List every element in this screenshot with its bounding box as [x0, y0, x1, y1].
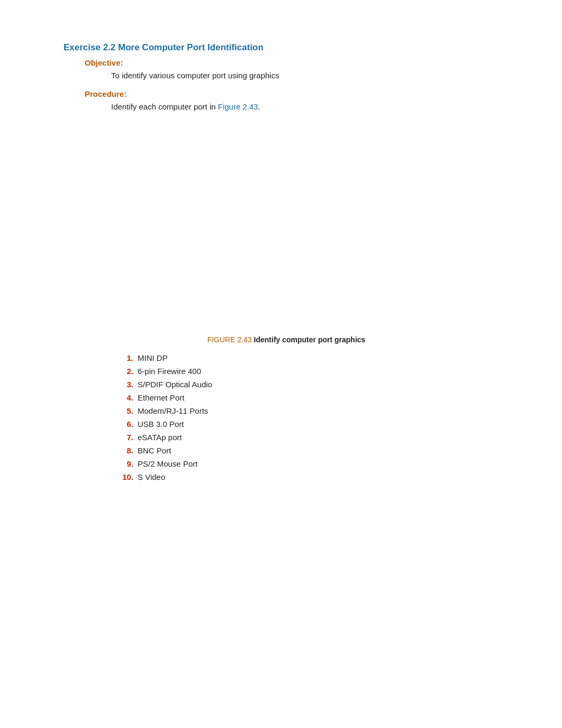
page-container: Exercise 2.2 More Computer Port Identifi… — [0, 0, 562, 528]
port-name: eSATAp port — [138, 433, 182, 442]
figure-title: Identify computer port graphics — [252, 335, 366, 344]
list-item: 10.S Video — [116, 472, 509, 481]
port-number: 10. — [116, 472, 133, 481]
figure-label: FIGURE 2.43 — [207, 335, 252, 344]
port-name: 6-pin Firewire 400 — [138, 367, 201, 376]
list-item: 9.PS/2 Mouse Port — [116, 459, 509, 468]
port-number: 6. — [116, 420, 133, 429]
port-number: 4. — [116, 393, 133, 402]
list-item: 4.Ethernet Port — [116, 393, 509, 402]
port-number: 1. — [116, 353, 133, 362]
list-item: 6.USB 3.0 Port — [116, 420, 509, 429]
list-item: 5.Modem/RJ-11 Ports — [116, 406, 509, 415]
port-name: Modem/RJ-11 Ports — [138, 406, 208, 415]
figure-caption: FIGURE 2.43 Identify computer port graph… — [64, 335, 509, 344]
port-name: MINI DP — [138, 353, 168, 362]
port-number: 8. — [116, 446, 133, 455]
port-number: 5. — [116, 406, 133, 415]
exercise-title: Exercise 2.2 More Computer Port Identifi… — [64, 42, 509, 53]
port-number: 9. — [116, 459, 133, 468]
objective-text: To identify various computer port using … — [111, 69, 509, 82]
procedure-label: Procedure: — [85, 89, 509, 98]
port-number: 3. — [116, 380, 133, 389]
port-name: PS/2 Mouse Port — [138, 459, 197, 468]
port-number: 7. — [116, 433, 133, 442]
list-item: 8.BNC Port — [116, 446, 509, 455]
list-item: 2.6-pin Firewire 400 — [116, 367, 509, 376]
port-number: 2. — [116, 367, 133, 376]
figure-area: FIGURE 2.43 Identify computer port graph… — [64, 335, 509, 344]
port-name: Ethernet Port — [138, 393, 184, 402]
list-item: 1.MINI DP — [116, 353, 509, 362]
objective-label: Objective: — [85, 58, 509, 67]
procedure-content: Identify each computer port in Figure 2.… — [111, 101, 509, 113]
port-list: 1.MINI DP2.6-pin Firewire 4003.S/PDIF Op… — [116, 353, 509, 481]
list-item: 3.S/PDIF Optical Audio — [116, 380, 509, 389]
procedure-end: . — [258, 102, 260, 111]
figure-link[interactable]: Figure 2.43 — [218, 102, 258, 111]
port-name: S Video — [138, 472, 165, 481]
procedure-text: Identify each computer port in — [111, 102, 218, 111]
port-name: BNC Port — [138, 446, 171, 455]
port-name: S/PDIF Optical Audio — [138, 380, 212, 389]
list-item: 7.eSATAp port — [116, 433, 509, 442]
port-name: USB 3.0 Port — [138, 420, 184, 429]
